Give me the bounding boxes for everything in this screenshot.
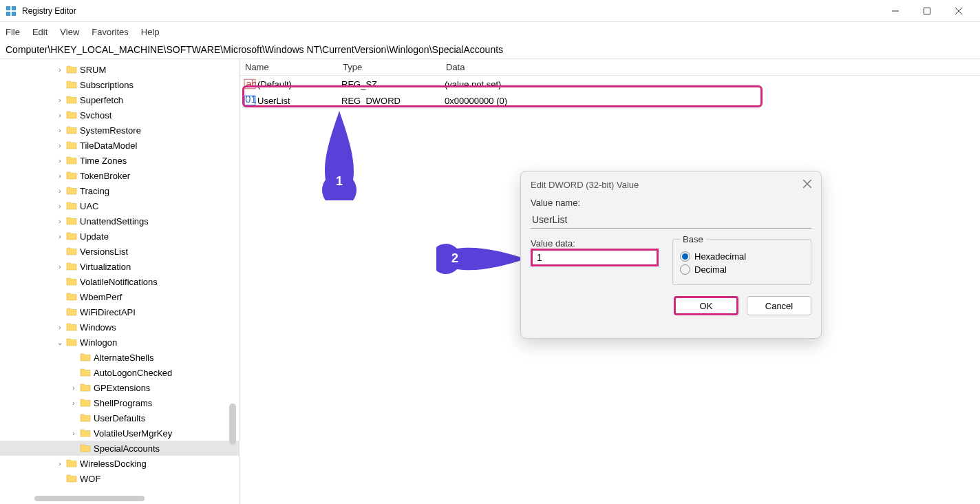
value-data-label: Value data: xyxy=(531,238,575,249)
folder-icon xyxy=(80,367,91,378)
value-type: REG_DWORD xyxy=(341,96,445,106)
value-name-input[interactable] xyxy=(531,211,811,229)
tree-item-label: UnattendSettings xyxy=(80,216,149,227)
svg-rect-0 xyxy=(6,6,10,10)
tree-item-specialaccounts[interactable]: SpecialAccounts xyxy=(0,441,239,456)
tree-item-tiledatamodel[interactable]: ›TileDataModel xyxy=(0,138,239,153)
tree-item-alternateshells[interactable]: AlternateShells xyxy=(0,350,239,365)
value-data-input[interactable] xyxy=(531,249,659,266)
tree-item-gpextensions[interactable]: ›GPExtensions xyxy=(0,380,239,395)
tree-item-volatilenotifications[interactable]: VolatileNotifications xyxy=(0,274,239,289)
value-data: (value not set) xyxy=(445,79,980,90)
tree-item-label: Windows xyxy=(80,322,116,333)
chevron-icon xyxy=(55,474,65,483)
chevron-icon xyxy=(69,443,78,453)
tree-item-systemrestore[interactable]: ›SystemRestore xyxy=(0,123,239,138)
value-row[interactable]: 011UserListREG_DWORD0x00000000 (0) xyxy=(239,92,980,109)
column-data[interactable]: Data xyxy=(446,62,980,72)
value-name-label: Value name: xyxy=(531,198,580,208)
chevron-icon: › xyxy=(55,110,65,120)
tree-item-wof[interactable]: WOF xyxy=(0,471,239,486)
menu-favorites[interactable]: Favorites xyxy=(92,27,128,37)
radio-decimal[interactable]: Decimal xyxy=(680,264,804,275)
chevron-icon: › xyxy=(55,459,65,468)
tree-item-label: AutoLogonChecked xyxy=(94,368,172,378)
menu-bar: File Edit View Favorites Help xyxy=(0,22,980,41)
window-title: Registry Editor xyxy=(22,6,880,16)
folder-icon xyxy=(66,109,77,120)
folder-icon xyxy=(66,276,77,287)
tree-item-label: Update xyxy=(80,231,109,242)
tree-item-winlogon[interactable]: ⌄Winlogon xyxy=(0,335,239,350)
registry-tree[interactable]: ›SRUMSubscriptions›Superfetch›Svchost›Sy… xyxy=(0,62,239,486)
tree-item-label: GPExtensions xyxy=(94,383,150,393)
chevron-icon: › xyxy=(55,201,65,211)
tree-item-wifidirectapi[interactable]: WiFiDirectAPI xyxy=(0,304,239,319)
chevron-icon: › xyxy=(69,383,78,392)
cancel-button[interactable]: Cancel xyxy=(747,296,811,315)
menu-help[interactable]: Help xyxy=(141,27,160,37)
folder-icon xyxy=(80,382,91,393)
tree-vertical-scrollbar[interactable] xyxy=(229,403,236,445)
tree-item-windows[interactable]: ›Windows xyxy=(0,319,239,335)
tree-item-wirelessdocking[interactable]: ›WirelessDocking xyxy=(0,456,239,471)
tree-item-subscriptions[interactable]: Subscriptions xyxy=(0,77,239,92)
tree-item-svchost[interactable]: ›Svchost xyxy=(0,107,239,123)
close-button[interactable] xyxy=(943,0,974,22)
tree-item-virtualization[interactable]: ›Virtualization xyxy=(0,259,239,274)
dword-icon: 011 xyxy=(244,94,256,107)
radio-dec-label: Decimal xyxy=(694,264,727,275)
folder-icon xyxy=(80,412,91,423)
ok-button[interactable]: OK xyxy=(674,296,738,315)
chevron-icon xyxy=(69,413,78,423)
folder-icon xyxy=(80,397,91,408)
menu-file[interactable]: File xyxy=(6,27,20,37)
chevron-icon: › xyxy=(69,398,78,408)
tree-item-time-zones[interactable]: ›Time Zones xyxy=(0,153,239,168)
address-bar[interactable]: Computer\HKEY_LOCAL_MACHINE\SOFTWARE\Mic… xyxy=(0,41,980,59)
tree-item-shellprograms[interactable]: ›ShellPrograms xyxy=(0,395,239,410)
svg-rect-2 xyxy=(6,12,10,16)
svg-rect-3 xyxy=(12,12,16,16)
maximize-button[interactable] xyxy=(911,0,943,22)
tree-item-update[interactable]: ›Update xyxy=(0,229,239,244)
column-name[interactable]: Name xyxy=(239,62,343,72)
tree-item-label: Winlogon xyxy=(80,337,117,348)
dialog-close-button[interactable] xyxy=(803,178,811,191)
tree-item-versionslist[interactable]: VersionsList xyxy=(0,244,239,259)
tree-item-label: Tracing xyxy=(80,186,109,196)
tree-item-srum[interactable]: ›SRUM xyxy=(0,62,239,77)
minimize-button[interactable] xyxy=(880,0,911,22)
tree-item-uac[interactable]: ›UAC xyxy=(0,198,239,213)
tree-item-userdefaults[interactable]: UserDefaults xyxy=(0,410,239,426)
menu-edit[interactable]: Edit xyxy=(32,27,47,37)
tree-horizontal-scrollbar[interactable] xyxy=(34,496,145,501)
tree-item-label: TileDataModel xyxy=(80,140,137,151)
folder-icon xyxy=(66,337,77,348)
tree-item-autologonchecked[interactable]: AutoLogonChecked xyxy=(0,365,239,380)
value-row[interactable]: ab(Default)REG_SZ(value not set) xyxy=(239,76,980,92)
tree-item-tracing[interactable]: ›Tracing xyxy=(0,183,239,198)
tree-pane: ›SRUMSubscriptions›Superfetch›Svchost›Sy… xyxy=(0,59,239,504)
chevron-icon: › xyxy=(55,156,65,165)
tree-item-tokenbroker[interactable]: ›TokenBroker xyxy=(0,168,239,183)
tree-item-superfetch[interactable]: ›Superfetch xyxy=(0,92,239,107)
folder-icon xyxy=(66,291,77,302)
chevron-icon: ⌄ xyxy=(55,337,65,347)
radio-icon xyxy=(680,264,690,275)
title-bar: Registry Editor xyxy=(0,0,980,22)
menu-view[interactable]: View xyxy=(60,27,79,37)
folder-icon xyxy=(80,443,91,454)
tree-item-label: SRUM xyxy=(80,65,106,75)
folder-icon xyxy=(66,185,77,196)
radio-hex-label: Hexadecimal xyxy=(694,251,746,262)
folder-icon xyxy=(66,140,77,151)
column-type[interactable]: Type xyxy=(343,62,446,72)
folder-icon xyxy=(80,352,91,363)
tree-item-label: VolatileNotifications xyxy=(80,277,158,287)
tree-item-volatileusermgrkey[interactable]: ›VolatileUserMgrKey xyxy=(0,426,239,441)
radio-hexadecimal[interactable]: Hexadecimal xyxy=(680,251,804,262)
tree-item-unattendsettings[interactable]: ›UnattendSettings xyxy=(0,213,239,229)
tree-item-label: VolatileUserMgrKey xyxy=(94,428,172,439)
tree-item-wbemperf[interactable]: WbemPerf xyxy=(0,289,239,304)
